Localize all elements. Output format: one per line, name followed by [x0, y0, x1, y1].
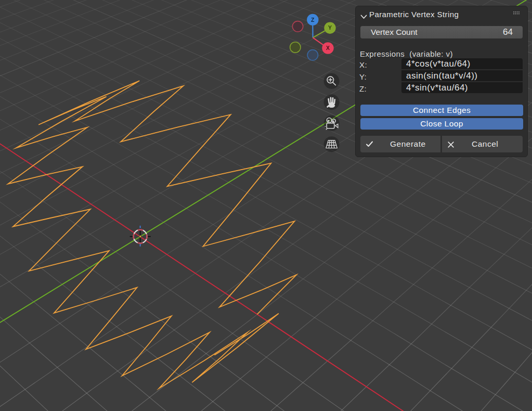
- svg-text:Y: Y: [328, 24, 332, 31]
- svg-text:Z: Z: [311, 17, 315, 23]
- svg-text:X: X: [326, 45, 330, 51]
